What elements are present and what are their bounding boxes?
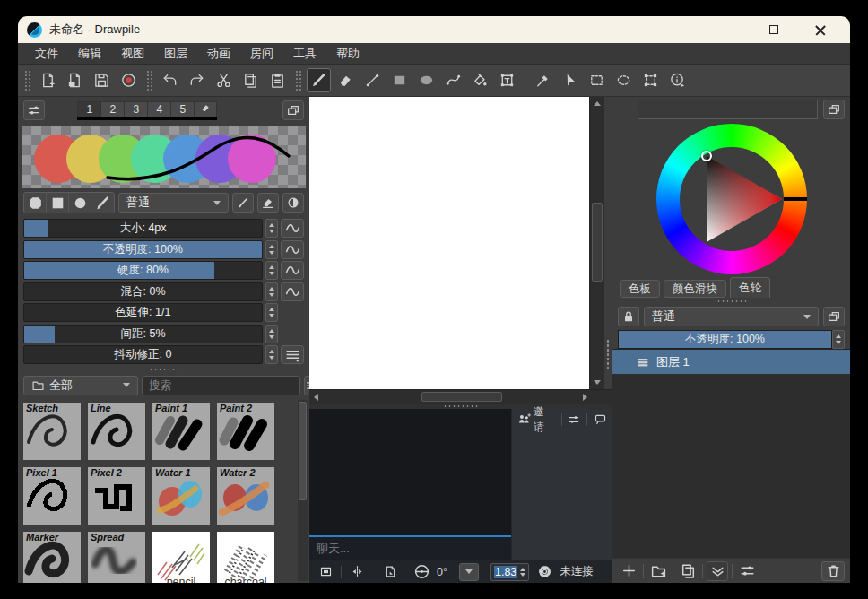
preset-paint-2[interactable]: Paint 2 [217, 403, 274, 460]
scroll-left-arrow[interactable] [309, 390, 323, 404]
color-pickup-slider[interactable]: 色延伸: 1/1 [23, 303, 263, 322]
stabilizer-menu-button[interactable] [281, 345, 304, 364]
stabilizer-slider[interactable]: 抖动修正: 0 [23, 345, 263, 364]
layer-blend-mode-select[interactable]: 普通 [644, 307, 819, 326]
mirror-flip-icon[interactable] [348, 563, 366, 581]
preset-spread[interactable]: Spread [88, 532, 145, 584]
menu-view[interactable]: 视图 [111, 43, 154, 64]
brush-slot-3[interactable]: 3 [124, 101, 147, 117]
color-picker-tool[interactable] [531, 68, 555, 92]
opacity-spinner[interactable] [265, 240, 278, 259]
layer-row[interactable]: 图层 1 [612, 350, 850, 374]
bezier-curve-tool[interactable] [441, 68, 465, 92]
preset-marker[interactable]: Marker [23, 532, 81, 584]
preset-line[interactable]: Line [88, 403, 145, 460]
brush-slot-1[interactable]: 1 [77, 101, 100, 117]
chat-input[interactable] [309, 537, 511, 560]
layer-lock-button[interactable] [618, 307, 639, 326]
brush-blend-mode-select[interactable]: 普通 [118, 193, 229, 213]
menu-animation[interactable]: 动画 [197, 43, 240, 64]
round-pixel-brush-button[interactable] [24, 193, 47, 213]
color-pickup-spinner[interactable] [265, 303, 278, 322]
eraser-mode-button[interactable] [257, 193, 279, 213]
size-slider[interactable]: 大小: 4px [23, 219, 263, 238]
freehand-brush-tool[interactable] [307, 68, 331, 92]
new-file-button[interactable] [36, 68, 60, 92]
lasso-select-tool[interactable] [612, 68, 636, 92]
merge-layer-button[interactable] [707, 561, 728, 581]
tab-palette[interactable]: 色板 [620, 280, 660, 298]
rotation-dial-icon[interactable] [412, 563, 430, 581]
open-file-button[interactable] [63, 68, 87, 92]
inspector-tool[interactable] [665, 68, 690, 92]
scrollbar-thumb[interactable] [592, 203, 603, 282]
ellipse-tool[interactable] [414, 68, 438, 92]
undo-button[interactable] [158, 68, 182, 92]
preset-water-1[interactable]: Water 1 [152, 467, 210, 525]
brush-settings-icon-button[interactable] [23, 100, 45, 120]
draw-mode-button[interactable] [232, 193, 254, 213]
session-settings-button[interactable] [565, 411, 585, 429]
annotation-tool[interactable] [495, 68, 519, 92]
scroll-up-arrow[interactable] [590, 97, 604, 110]
preset-pencil[interactable]: pencil [152, 532, 210, 584]
redo-button[interactable] [185, 68, 209, 92]
scrollbar-thumb[interactable] [421, 392, 502, 402]
layer-opacity-spinner[interactable] [832, 330, 845, 349]
dock-splitter[interactable] [18, 367, 309, 373]
toolbar-grip[interactable] [24, 70, 30, 91]
layer-properties-button[interactable] [736, 561, 758, 581]
color-dock-float-button[interactable] [823, 100, 845, 119]
zoom-spinbox[interactable]: 1.83 [490, 563, 529, 581]
layer-opacity-slider[interactable]: 不透明度: 100% [618, 330, 832, 349]
brush-slot-eraser[interactable] [194, 101, 217, 117]
smudging-spinner[interactable] [265, 282, 278, 301]
preset-water-2[interactable]: Water 2 [217, 467, 274, 525]
pointer-tool[interactable] [558, 68, 582, 92]
menu-file[interactable]: 文件 [25, 43, 68, 64]
canvas-vertical-scrollbar[interactable] [589, 97, 604, 389]
menu-help[interactable]: 帮助 [326, 43, 369, 64]
add-layer-button[interactable] [618, 561, 639, 581]
invite-button[interactable]: 邀请 [514, 411, 559, 429]
soft-brush-button[interactable] [69, 193, 91, 213]
preset-category-select[interactable]: 全部 [23, 376, 138, 395]
flood-fill-tool[interactable] [468, 68, 492, 92]
spacing-slider[interactable]: 间距: 5% [23, 325, 263, 343]
last-used-colors[interactable] [638, 100, 818, 119]
hardness-slider[interactable]: 硬度: 80% [23, 261, 263, 280]
brush-slot-4[interactable]: 4 [147, 101, 170, 117]
scroll-right-arrow[interactable] [578, 390, 592, 404]
spacing-spinner[interactable] [265, 325, 278, 343]
drawing-canvas[interactable] [309, 97, 589, 389]
chat-dock-button[interactable] [590, 411, 610, 429]
preset-search-input[interactable] [142, 376, 300, 395]
paste-button[interactable] [265, 68, 290, 92]
chat-log[interactable] [309, 409, 511, 560]
toolbar-grip[interactable] [295, 70, 301, 91]
canvas-background-icon[interactable] [381, 563, 399, 581]
rectangle-tool[interactable] [387, 68, 412, 92]
save-button[interactable] [90, 68, 114, 92]
toolbar-grip[interactable] [146, 70, 152, 91]
alpha-lock-button[interactable] [282, 193, 304, 213]
copy-button[interactable] [239, 68, 263, 92]
color-wheel[interactable] [612, 122, 850, 276]
layer-dock-float-button[interactable] [823, 307, 845, 326]
preset-charcoal[interactable]: charcoal [217, 532, 274, 584]
menu-tools[interactable]: 工具 [283, 43, 326, 64]
color-selector-handle[interactable] [701, 151, 712, 161]
brush-slot-2[interactable]: 2 [100, 101, 124, 117]
close-button[interactable] [812, 22, 829, 38]
brush-slot-5[interactable]: 5 [170, 101, 194, 117]
menu-edit[interactable]: 编辑 [68, 43, 111, 64]
mypaint-brush-button[interactable] [91, 193, 114, 213]
add-group-button[interactable] [647, 561, 669, 581]
line-tool[interactable] [360, 68, 385, 92]
scroll-down-arrow[interactable] [590, 376, 604, 389]
opacity-slider[interactable]: 不透明度: 100% [23, 240, 263, 259]
dock-splitter-vertical[interactable] [604, 97, 612, 389]
brush-dock-float-button[interactable] [282, 100, 304, 120]
transform-tool[interactable] [638, 68, 663, 92]
size-pressure-curve-button[interactable] [281, 219, 304, 238]
